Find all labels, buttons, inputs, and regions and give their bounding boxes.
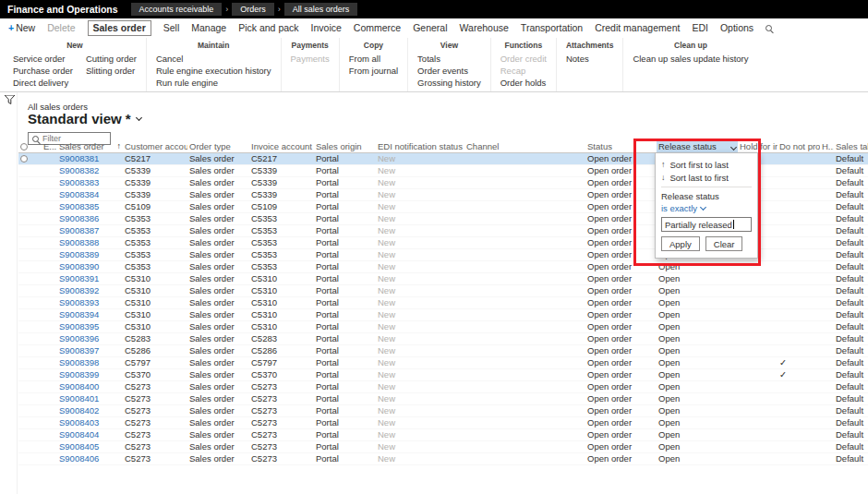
table-row[interactable]: S9008405 C5273 Sales order C5273 Portal …: [18, 440, 868, 452]
table-row[interactable]: S9008391 C5310 Sales order C5310 Portal …: [18, 272, 868, 284]
table-row[interactable]: S9008395 C5310 Sales order C5310 Portal …: [18, 320, 868, 332]
row-select-cell[interactable]: [18, 416, 42, 428]
notes-button[interactable]: Notes: [566, 54, 589, 64]
col-sales-taker[interactable]: Sales taker: [834, 140, 868, 152]
table-row[interactable]: S9008403 C5273 Sales order C5273 Portal …: [18, 416, 868, 428]
row-select-cell[interactable]: [18, 200, 42, 212]
sales-order-link[interactable]: S9008384: [57, 188, 123, 200]
sales-order-link[interactable]: S9008400: [57, 380, 123, 392]
slitting-order-button[interactable]: Slitting order: [86, 66, 137, 76]
row-select-cell[interactable]: [18, 404, 42, 416]
tab-pick-and-pack[interactable]: Pick and pack: [238, 22, 298, 33]
sales-order-link[interactable]: S9008401: [57, 392, 123, 404]
col-edi-notification-status[interactable]: EDI notification status: [376, 140, 464, 152]
tab-transportation[interactable]: Transportation: [521, 22, 583, 33]
delete-button[interactable]: Delete: [47, 22, 75, 33]
filter-operator-dropdown[interactable]: is exactly: [661, 203, 752, 213]
tab-sales-order[interactable]: Sales order: [88, 20, 151, 36]
row-select-cell[interactable]: [18, 224, 42, 236]
sales-order-link[interactable]: S9008391: [57, 272, 123, 284]
sales-order-link[interactable]: S9008385: [57, 200, 123, 212]
table-row[interactable]: S9008400 C5273 Sales order C5273 Portal …: [18, 380, 868, 392]
col-sales-order[interactable]: Sales order↑: [57, 140, 123, 152]
direct-delivery-button[interactable]: Direct delivery: [13, 78, 73, 88]
breadcrumb-orders[interactable]: Orders: [232, 3, 274, 16]
row-select-cell[interactable]: [18, 356, 42, 368]
tab-credit-management[interactable]: Credit management: [595, 22, 680, 33]
sales-order-link[interactable]: S9008406: [57, 452, 123, 464]
col-status[interactable]: Status: [585, 140, 657, 152]
tab-sell[interactable]: Sell: [163, 22, 180, 33]
run-rule-engine-button[interactable]: Run rule engine: [156, 78, 271, 88]
order-holds-button[interactable]: Order holds: [500, 78, 547, 88]
sort-last-to-first[interactable]: ↓ Sort last to first: [661, 171, 752, 184]
sales-order-link[interactable]: S9008388: [57, 236, 123, 248]
search-icon[interactable]: [766, 25, 772, 31]
tab-invoice[interactable]: Invoice: [311, 22, 342, 33]
breadcrumb-all-sales-orders[interactable]: All sales orders: [284, 3, 358, 16]
rule-engine-execution-history-button[interactable]: Rule engine execution history: [156, 66, 271, 76]
sales-order-link[interactable]: S9008389: [57, 248, 123, 260]
new-button[interactable]: +New: [8, 22, 35, 33]
purchase-order-button[interactable]: Purchase order: [13, 66, 73, 76]
sales-order-link[interactable]: S9008383: [57, 176, 123, 188]
recap-button[interactable]: Recap: [500, 66, 547, 76]
sales-order-link[interactable]: S9008396: [57, 332, 123, 344]
tab-general[interactable]: General: [413, 22, 447, 33]
table-row[interactable]: S9008401 C5273 Sales order C5273 Portal …: [18, 392, 868, 404]
table-row[interactable]: S9008390 C5353 Sales order C5353 Portal …: [18, 260, 868, 272]
row-select-cell[interactable]: [18, 344, 42, 356]
sales-order-link[interactable]: S9008386: [57, 212, 123, 224]
col-sales-origin[interactable]: Sales origin: [314, 140, 376, 152]
totals-button[interactable]: Totals: [417, 54, 481, 64]
payments-button[interactable]: Payments: [291, 54, 330, 64]
sales-order-link[interactable]: S9008403: [57, 416, 123, 428]
table-row[interactable]: S9008394 C5310 Sales order C5310 Portal …: [18, 308, 868, 320]
order-events-button[interactable]: Order events: [417, 66, 481, 76]
table-row[interactable]: S9008399 C5370 Sales order C5370 Portal …: [18, 368, 868, 380]
tab-warehouse[interactable]: Warehouse: [460, 22, 509, 33]
sales-order-link[interactable]: S9008382: [57, 164, 123, 176]
col-do-not-process[interactable]: Do not process: [778, 140, 820, 152]
select-all-checkbox[interactable]: [18, 140, 42, 152]
row-select-cell[interactable]: [18, 368, 42, 380]
col-channel[interactable]: Channel: [464, 140, 585, 152]
sales-order-link[interactable]: S9008392: [57, 284, 123, 296]
table-row[interactable]: S9008406 C5273 Sales order C5273 Portal …: [18, 452, 868, 464]
sales-order-link[interactable]: S9008394: [57, 308, 123, 320]
from-all-button[interactable]: From all: [349, 54, 398, 64]
row-select-cell[interactable]: [18, 260, 42, 272]
row-select-cell[interactable]: [18, 332, 42, 344]
table-row[interactable]: S9008397 C5286 Sales order C5286 Portal …: [18, 344, 868, 356]
col-order-type[interactable]: Order type: [187, 140, 249, 152]
table-row[interactable]: S9008398 C5797 Sales order C5797 Portal …: [18, 356, 868, 368]
table-row[interactable]: S9008402 C5273 Sales order C5273 Portal …: [18, 404, 868, 416]
cutting-order-button[interactable]: Cutting order: [86, 54, 137, 64]
table-row[interactable]: S9008393 C5310 Sales order C5310 Portal …: [18, 296, 868, 308]
col-customer-account[interactable]: Customer account: [123, 140, 187, 152]
breadcrumb-accounts-receivable[interactable]: Accounts receivable: [131, 3, 223, 16]
table-row[interactable]: S9008396 C5283 Sales order C5283 Portal …: [18, 332, 868, 344]
sales-order-link[interactable]: S9008393: [57, 296, 123, 308]
row-select-cell[interactable]: [18, 164, 42, 176]
sales-order-link[interactable]: S9008390: [57, 260, 123, 272]
order-credit-button[interactable]: Order credit: [500, 54, 547, 64]
row-select-cell[interactable]: [18, 452, 42, 464]
clear-button[interactable]: Clear: [705, 236, 743, 251]
sales-order-link[interactable]: S9008405: [57, 440, 123, 452]
col-h[interactable]: H...: [820, 140, 834, 152]
sort-first-to-last[interactable]: ↑ Sort first to last: [661, 158, 752, 171]
row-select-cell[interactable]: [18, 440, 42, 452]
row-select-cell[interactable]: [18, 296, 42, 308]
row-radio-icon[interactable]: [20, 155, 28, 163]
row-select-cell[interactable]: [18, 380, 42, 392]
clean-up-sales-update-history-button[interactable]: Clean up sales update history: [633, 54, 748, 64]
sales-order-link[interactable]: S9008402: [57, 404, 123, 416]
col-invoice-account[interactable]: Invoice account: [249, 140, 314, 152]
service-order-button[interactable]: Service order: [13, 54, 73, 64]
tab-edi[interactable]: EDI: [692, 22, 708, 33]
row-select-cell[interactable]: [18, 428, 42, 440]
row-select-cell[interactable]: [18, 320, 42, 332]
from-journal-button[interactable]: From journal: [349, 66, 398, 76]
row-select-cell[interactable]: [18, 236, 42, 248]
